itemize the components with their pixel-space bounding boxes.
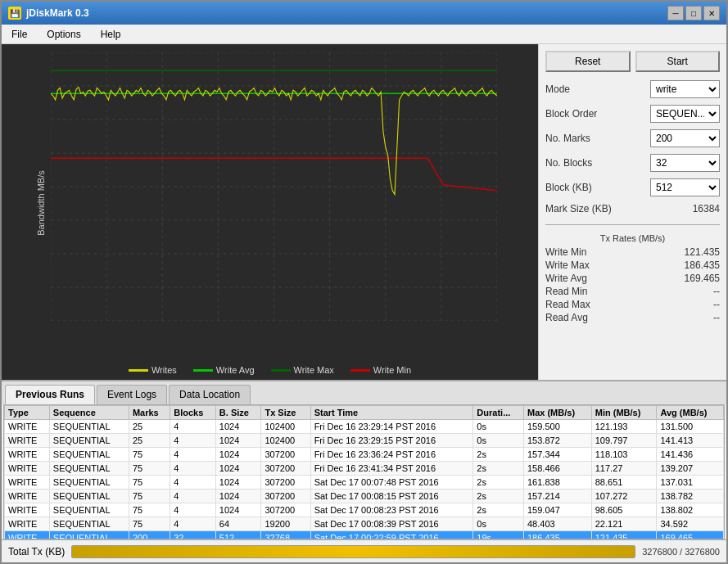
block-order-select[interactable]: SEQUEN... (650, 105, 720, 123)
write-avg-value: 169.465 (685, 273, 720, 284)
table-header-row: Type Sequence Marks Blocks B. Size Tx Si… (5, 406, 724, 420)
app-icon: 💾 (8, 7, 21, 20)
start-button[interactable]: Start (635, 51, 721, 72)
legend-write-avg-color (193, 369, 213, 372)
y-axis-label: Bandwidth MB/s (36, 170, 46, 235)
menu-help[interactable]: Help (94, 27, 128, 42)
minimize-button[interactable]: ─ (667, 6, 684, 20)
table-row[interactable]: WRITESEQUENTIAL7541024307200Sat Dec 17 0… (5, 476, 724, 490)
cell-1-9: 109.797 (591, 434, 657, 448)
cell-7-7: 0s (473, 517, 524, 531)
cell-2-9: 118.103 (591, 448, 657, 462)
mode-label: Mode (545, 83, 570, 95)
cell-8-9: 121.435 (591, 531, 657, 540)
progress-text: 3276800 / 3276800 (642, 547, 720, 557)
read-max-label: Read Max (545, 299, 590, 310)
col-blocks: Blocks (170, 406, 216, 420)
legend-writes-color (129, 369, 148, 372)
legend-write-min-color (350, 369, 370, 372)
cell-8-0: WRITE (5, 531, 50, 540)
no-marks-select[interactable]: 200 (650, 129, 720, 147)
cell-1-3: 4 (170, 434, 216, 448)
main-content: Bandwidth MB/s (2, 44, 726, 380)
cell-0-5: 102400 (261, 420, 310, 434)
cell-8-2: 200 (129, 531, 170, 540)
block-kb-select[interactable]: 512 (650, 178, 720, 196)
cell-6-5: 307200 (261, 503, 310, 517)
cell-6-1: SEQUENTIAL (49, 503, 129, 517)
cell-4-8: 161.838 (523, 476, 591, 490)
write-max-value: 186.435 (685, 259, 720, 271)
reset-button[interactable]: Reset (545, 51, 631, 72)
table-row[interactable]: WRITESEQUENTIAL2541024102400Fri Dec 16 2… (5, 434, 724, 448)
cell-5-6: Sat Dec 17 00:08:15 PST 2016 (310, 490, 473, 503)
legend-write-avg-label: Write Avg (216, 365, 255, 375)
cell-2-4: 1024 (215, 448, 261, 462)
col-max: Max (MB/s) (523, 406, 591, 420)
cell-6-0: WRITE (5, 503, 50, 517)
no-marks-label: No. Marks (545, 133, 590, 144)
title-bar-left: 💾 jDiskMark 0.3 (8, 7, 89, 20)
table-row[interactable]: WRITESEQUENTIAL7541024307200Fri Dec 16 2… (5, 448, 724, 462)
cell-7-0: WRITE (5, 517, 50, 531)
tab-previous-runs[interactable]: Previous Runs (5, 385, 95, 404)
table-row[interactable]: WRITESEQUENTIAL2541024102400Fri Dec 16 2… (5, 420, 724, 434)
cell-6-9: 98.605 (591, 503, 657, 517)
cell-6-8: 159.047 (523, 503, 591, 517)
cell-1-7: 0s (473, 434, 524, 448)
write-avg-row: Write Avg 169.465 (545, 273, 720, 284)
block-kb-label: Block (KB) (545, 182, 592, 193)
cell-0-1: SEQUENTIAL (49, 420, 129, 434)
cell-8-8: 186.435 (523, 531, 591, 540)
col-marks: Marks (129, 406, 170, 420)
cell-4-10: 137.031 (657, 476, 724, 490)
table-row[interactable]: WRITESEQUENTIAL7541024307200Fri Dec 16 2… (5, 462, 724, 476)
cell-5-7: 2s (473, 490, 524, 503)
table-row[interactable]: WRITESEQUENTIAL7541024307200Sat Dec 17 0… (5, 490, 724, 503)
cell-4-3: 4 (170, 476, 216, 490)
cell-3-0: WRITE (5, 462, 50, 476)
mark-size-row: Mark Size (KB) 16384 (545, 203, 720, 214)
cell-7-8: 48.403 (523, 517, 591, 531)
title-bar: 💾 jDiskMark 0.3 ─ □ ✕ (2, 2, 726, 25)
menu-options[interactable]: Options (40, 27, 87, 42)
menu-file[interactable]: File (5, 27, 34, 42)
cell-5-10: 138.782 (657, 490, 724, 503)
mark-size-value: 16384 (693, 203, 720, 214)
table-row[interactable]: WRITESEQUENTIAL7546419200Sat Dec 17 00:0… (5, 517, 724, 531)
mode-select[interactable]: write (650, 80, 720, 98)
cell-2-3: 4 (170, 448, 216, 462)
cell-1-1: SEQUENTIAL (49, 434, 129, 448)
cell-3-6: Fri Dec 16 23:41:34 PST 2016 (310, 462, 473, 476)
col-sequence: Sequence (49, 406, 129, 420)
table-container[interactable]: Type Sequence Marks Blocks B. Size Tx Si… (3, 404, 725, 539)
cell-4-4: 1024 (215, 476, 261, 490)
col-bsize: B. Size (215, 406, 261, 420)
runs-table: Type Sequence Marks Blocks B. Size Tx Si… (4, 405, 724, 539)
chart-legend: Writes Write Avg Write Max Write Min (2, 362, 538, 380)
no-blocks-select[interactable]: 32 (650, 154, 720, 172)
bottom-panel: Previous Runs Event Logs Data Location T… (2, 380, 726, 562)
window-title: jDiskMark 0.3 (26, 7, 89, 19)
tab-data-location[interactable]: Data Location (169, 385, 251, 404)
cell-7-3: 4 (170, 517, 216, 531)
col-avg: Avg (MB/s) (657, 406, 724, 420)
tab-event-logs[interactable]: Event Logs (97, 385, 167, 404)
legend-writes-label: Writes (151, 365, 177, 375)
cell-6-2: 75 (129, 503, 170, 517)
progress-bar-container (71, 545, 635, 558)
col-duration: Durati... (473, 406, 524, 420)
cell-0-0: WRITE (5, 420, 50, 434)
table-row[interactable]: WRITESEQUENTIAL7541024307200Sat Dec 17 0… (5, 503, 724, 517)
close-button[interactable]: ✕ (703, 6, 720, 20)
maximize-button[interactable]: □ (685, 6, 702, 20)
table-row[interactable]: WRITESEQUENTIAL2003251232768...Sat Dec 1… (5, 531, 724, 540)
cell-7-10: 34.592 (657, 517, 724, 531)
cell-2-0: WRITE (5, 448, 50, 462)
block-order-row: Block Order SEQUEN... (545, 105, 720, 123)
cell-3-10: 139.207 (657, 462, 724, 476)
read-min-row: Read Min -- (545, 286, 720, 297)
cell-0-7: 0s (473, 420, 524, 434)
cell-5-9: 107.272 (591, 490, 657, 503)
action-buttons: Reset Start (545, 51, 720, 72)
